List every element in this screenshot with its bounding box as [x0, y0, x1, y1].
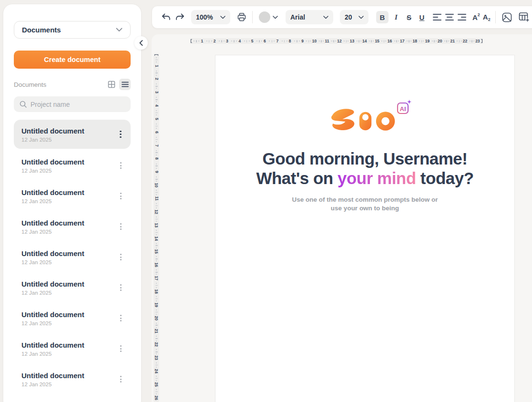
search-box [14, 96, 131, 112]
search-icon [20, 101, 27, 108]
v-ruler-unit: 23 [154, 348, 158, 361]
vertical-ruler[interactable]: 1234567891011121314151617181920212223242… [153, 53, 159, 402]
document-list-item[interactable]: Untitled document12 Jan 2025 [14, 272, 131, 303]
document-date: 12 Jan 2025 [21, 290, 116, 296]
document-menu-button[interactable] [116, 312, 125, 324]
document-title: Untitled document [21, 126, 116, 135]
v-ruler-unit: 21 [154, 321, 158, 335]
subscript-icon[interactable]: A2 [483, 13, 491, 22]
document-date: 12 Jan 2025 [21, 320, 116, 326]
h-ruler-unit: 14 [355, 39, 368, 43]
sidebar-collapse-button[interactable] [134, 36, 148, 50]
document-list-item[interactable]: Untitled document12 Jan 2025 [14, 333, 131, 364]
document-list-item[interactable]: Untitled document12 Jan 2025 [14, 303, 131, 333]
insert-image-icon[interactable] [502, 12, 512, 22]
svg-text:AI: AI [399, 105, 406, 113]
underline-button[interactable]: U [417, 11, 427, 23]
document-list-item[interactable]: Untitled document12 Jan 2025 [14, 150, 131, 181]
h-ruler-unit: 23 [469, 39, 481, 43]
ruler-end-bracket [481, 39, 482, 43]
v-ruler-unit: 16 [154, 255, 158, 268]
align-left-icon[interactable] [433, 14, 441, 21]
superscript-icon[interactable]: A2 [472, 13, 480, 21]
workspace-selector-label: Documents [22, 26, 61, 34]
sidebar: Documents Create document Documents Unti… [3, 4, 142, 402]
v-ruler-unit: 26 [154, 388, 158, 401]
documents-list-header: Documents [14, 79, 131, 90]
v-ruler-unit: 1 [155, 56, 158, 69]
h-ruler-unit: 19 [418, 39, 430, 43]
horizontal-ruler[interactable]: 1234567891011121314151617181920212223 [190, 38, 483, 44]
printer-icon[interactable] [237, 12, 246, 22]
document-list-item[interactable]: Untitled document12 Jan 2025 [14, 120, 131, 149]
document-menu-button[interactable] [116, 129, 125, 140]
document-page[interactable]: AI Good morning, Username! What's on you… [215, 55, 515, 402]
zoom-value: 100% [196, 13, 213, 21]
grid-view-icon[interactable] [106, 79, 117, 90]
search-input[interactable] [31, 101, 125, 108]
h-ruler-unit: 6 [255, 39, 267, 43]
document-list-item[interactable]: Untitled document12 Jan 2025 [14, 181, 131, 211]
document-title: Untitled document [21, 310, 116, 319]
chevron-down-icon [116, 28, 123, 32]
h-ruler-unit: 4 [230, 39, 242, 43]
list-view-icon[interactable] [119, 79, 131, 90]
h-ruler-unit: 1 [192, 39, 205, 43]
insert-table-icon[interactable] [519, 12, 530, 22]
document-list-item[interactable]: Untitled document12 Jan 2025 [14, 211, 131, 242]
view-toggle [106, 79, 131, 90]
greeting-line2: What's on your mind today? [215, 168, 514, 188]
v-ruler-unit: 4 [155, 96, 158, 109]
create-document-button[interactable]: Create document [14, 51, 131, 69]
document-list-item[interactable]: Untitled document12 Jan 2025 [14, 242, 131, 272]
document-date: 12 Jan 2025 [21, 381, 116, 387]
document-date: 12 Jan 2025 [21, 168, 116, 174]
h-ruler-unit: 9 [293, 39, 305, 43]
document-menu-button[interactable] [116, 160, 125, 171]
documents-list: Untitled document12 Jan 2025Untitled doc… [14, 120, 131, 394]
greeting-line1: Good morning, Username! [215, 149, 514, 168]
h-ruler-unit: 7 [267, 39, 280, 43]
workspace-selector-dropdown[interactable]: Documents [14, 21, 131, 39]
v-ruler-unit: 7 [155, 135, 158, 149]
h-ruler-unit: 8 [280, 39, 292, 43]
editor-toolbar: 100% Arial 20 B I S U A2 A2 [152, 6, 532, 29]
document-menu-button[interactable] [116, 373, 125, 385]
v-ruler-unit: 15 [154, 242, 158, 255]
h-ruler-unit: 11 [317, 39, 330, 43]
greeting-subtitle: Use one of the most common prompts below… [215, 196, 514, 213]
document-menu-button[interactable] [116, 190, 125, 202]
bold-button[interactable]: B [376, 11, 389, 23]
document-menu-button[interactable] [116, 282, 125, 293]
document-date: 12 Jan 2025 [21, 259, 116, 265]
text-color-swatch[interactable] [259, 11, 270, 23]
undo-icon[interactable] [162, 13, 171, 21]
document-title: Untitled document [21, 340, 116, 350]
documents-list-title: Documents [14, 81, 106, 88]
zoom-select[interactable]: 100% [191, 10, 230, 24]
strikethrough-button[interactable]: S [404, 11, 414, 23]
v-ruler-unit: 17 [154, 268, 158, 282]
font-family-select[interactable]: Arial [286, 10, 333, 24]
document-title: Untitled document [21, 188, 116, 197]
h-ruler-unit: 18 [406, 39, 418, 43]
toolbar-divider [252, 11, 253, 23]
align-right-icon[interactable] [458, 14, 466, 21]
font-size-select[interactable]: 20 [340, 10, 368, 24]
color-chevron-down-icon[interactable] [273, 16, 278, 19]
italic-button[interactable]: I [391, 11, 401, 23]
document-list-item[interactable]: Untitled document12 Jan 2025 [14, 364, 131, 394]
v-ruler-unit: 25 [154, 374, 158, 388]
greeting-highlight: your mind [338, 169, 416, 187]
document-title: Untitled document [21, 249, 116, 258]
document-menu-button[interactable] [116, 221, 125, 232]
document-title: Untitled document [21, 218, 116, 227]
v-ruler-unit: 6 [155, 122, 158, 135]
document-date: 12 Jan 2025 [21, 229, 116, 235]
document-date: 12 Jan 2025 [21, 137, 116, 143]
document-menu-button[interactable] [116, 251, 125, 263]
align-center-icon[interactable] [445, 14, 454, 21]
document-title: Untitled document [21, 279, 116, 289]
document-menu-button[interactable] [116, 343, 125, 354]
redo-icon[interactable] [175, 13, 184, 21]
